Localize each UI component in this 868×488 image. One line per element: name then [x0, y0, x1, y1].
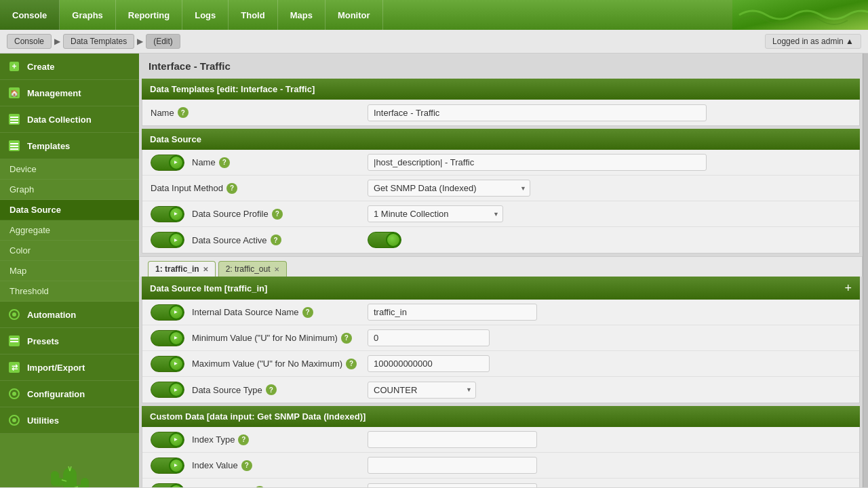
ds-item-tabs: 1: traffic_in ✕ 2: traffic_out ✕ — [139, 256, 863, 277]
sidebar-item-color[interactable]: Color — [0, 241, 139, 261]
svg-point-14 — [12, 312, 16, 317]
sidebar-item-data-source[interactable]: Data Source — [0, 200, 139, 220]
nav-tab-logs[interactable]: Logs — [182, 0, 229, 30]
ds-input-method-select[interactable]: Get SNMP Data (Indexed) — [368, 180, 530, 197]
sidebar-configuration-label: Configuration — [27, 389, 85, 399]
ds-active-status[interactable] — [368, 232, 401, 248]
ds-item-add-button[interactable]: + — [844, 282, 852, 294]
output-type-toggle[interactable] — [151, 483, 184, 487]
data-source-body: Name ? Data Input Method ? — [142, 150, 860, 253]
ds-profile-toggle-knob — [169, 207, 184, 222]
output-type-input[interactable] — [368, 483, 537, 488]
ds-tab-traffic-out-close[interactable]: ✕ — [274, 266, 279, 273]
name-label: Name ? — [151, 107, 368, 118]
app-logo — [732, 0, 868, 30]
ds-tab-traffic-in-close[interactable]: ✕ — [203, 266, 208, 273]
ds-active-toggle[interactable] — [151, 232, 184, 248]
ds-active-control — [368, 232, 851, 248]
internal-name-input[interactable] — [368, 304, 537, 321]
sidebar-section-templates[interactable]: Templates — [0, 133, 139, 159]
ds-input-method-row: Data Input Method ? Get SNMP Data (Index… — [142, 176, 859, 201]
ds-tab-traffic-in[interactable]: 1: traffic_in ✕ — [148, 261, 216, 277]
nav-tab-graphs[interactable]: Graphs — [60, 0, 116, 30]
breadcrumb-data-templates[interactable]: Data Templates — [63, 34, 134, 49]
data-templates-body: Name ? — [142, 100, 860, 126]
output-type-toggle-knob — [169, 484, 184, 487]
sidebar-section-presets[interactable]: Presets — [0, 328, 139, 354]
sidebar-section-configuration[interactable]: Configuration — [0, 381, 139, 407]
sidebar-section-import-export[interactable]: ⇄ Import/Export — [0, 354, 139, 381]
sidebar-item-aggregate[interactable]: Aggregate — [0, 220, 139, 241]
min-value-help-icon[interactable]: ? — [341, 333, 352, 344]
ds-tab-traffic-out[interactable]: 2: traffic_out ✕ — [218, 261, 287, 277]
nav-tab-thold[interactable]: Thold — [229, 0, 277, 30]
ds-input-method-help-icon[interactable]: ? — [226, 183, 237, 194]
max-value-input[interactable] — [368, 355, 490, 372]
management-icon: 🏠 — [7, 85, 22, 100]
sidebar-item-threshold[interactable]: Threshold — [0, 281, 139, 302]
ds-profile-help-icon[interactable]: ? — [272, 209, 283, 220]
sidebar-item-graph[interactable]: Graph — [0, 180, 139, 200]
internal-name-help-icon[interactable]: ? — [302, 307, 313, 318]
ds-profile-toggle[interactable] — [151, 206, 184, 222]
name-input[interactable] — [368, 104, 707, 121]
internal-name-control — [368, 304, 851, 321]
nav-tab-monitor[interactable]: Monitor — [326, 0, 383, 30]
svg-text:+: + — [12, 62, 16, 71]
index-type-label: Index Type ? — [151, 432, 368, 448]
index-type-input[interactable] — [368, 431, 537, 448]
nav-tab-maps[interactable]: Maps — [278, 0, 326, 30]
sidebar-section-management[interactable]: 🏠 Management — [0, 80, 139, 106]
nav-tab-reporting[interactable]: Reporting — [116, 0, 182, 30]
ds-tab-traffic-out-label: 2: traffic_out — [226, 264, 271, 274]
data-source-header: Data Source — [142, 129, 860, 150]
ds-active-help-icon[interactable]: ? — [271, 235, 281, 245]
sidebar-management-label: Management — [27, 88, 81, 98]
utilities-icon — [7, 413, 22, 428]
internal-name-row: Internal Data Source Name ? — [142, 300, 859, 325]
sidebar-section-create[interactable]: + Create — [0, 54, 139, 80]
sidebar-section-data-collection[interactable]: Data Collection — [0, 106, 139, 133]
breadcrumb-console[interactable]: Console — [7, 34, 52, 49]
sidebar-item-device[interactable]: Device — [0, 159, 139, 180]
sidebar-import-export-label: Import/Export — [27, 363, 85, 373]
max-value-control — [368, 355, 851, 372]
svg-rect-27 — [51, 471, 59, 486]
nav-tab-console[interactable]: Console — [0, 0, 60, 30]
index-value-input[interactable] — [368, 457, 537, 474]
sidebar-section-automation[interactable]: Automation — [0, 302, 139, 328]
min-value-toggle[interactable] — [151, 330, 184, 346]
ds-name-toggle-knob — [169, 155, 184, 170]
ds-name-input[interactable] — [368, 154, 707, 171]
index-type-help-icon[interactable]: ? — [238, 434, 249, 445]
internal-name-toggle[interactable] — [151, 304, 184, 321]
ds-name-help-icon[interactable]: ? — [219, 157, 230, 168]
name-help-icon[interactable]: ? — [178, 107, 189, 118]
max-value-toggle-knob — [169, 357, 184, 371]
ds-input-method-control: Get SNMP Data (Indexed) — [368, 180, 851, 197]
sidebar-item-map[interactable]: Map — [0, 261, 139, 281]
breadcrumb-edit[interactable]: (Edit) — [146, 34, 180, 49]
max-value-toggle[interactable] — [151, 356, 184, 372]
data-collection-icon — [7, 112, 22, 127]
sidebar-templates-label: Templates — [27, 141, 70, 151]
svg-rect-29 — [81, 478, 89, 487]
max-value-help-icon[interactable]: ? — [346, 359, 357, 369]
ds-tab-traffic-in-label: 1: traffic_in — [155, 264, 199, 274]
ds-type-select[interactable]: COUNTER — [368, 382, 476, 399]
min-value-input[interactable] — [368, 329, 490, 346]
ds-name-toggle[interactable] — [151, 155, 184, 171]
ds-type-help-icon[interactable]: ? — [266, 384, 277, 395]
index-value-toggle[interactable] — [151, 458, 184, 474]
index-type-toggle[interactable] — [151, 432, 184, 448]
sidebar-section-utilities[interactable]: Utilities — [0, 407, 139, 434]
templates-icon — [7, 138, 22, 153]
index-value-help-icon[interactable]: ? — [241, 460, 252, 471]
scrollbar[interactable] — [863, 54, 868, 487]
svg-text:🏠: 🏠 — [10, 89, 19, 98]
ds-profile-select[interactable]: 1 Minute Collection — [368, 205, 503, 222]
ds-type-toggle[interactable] — [151, 382, 184, 398]
max-value-row: Maximum Value ("U" for No Maximum) ? — [142, 351, 859, 377]
output-type-help-icon[interactable]: ? — [254, 486, 265, 487]
sidebar: + Create 🏠 Management Data Collection Te… — [0, 54, 139, 487]
